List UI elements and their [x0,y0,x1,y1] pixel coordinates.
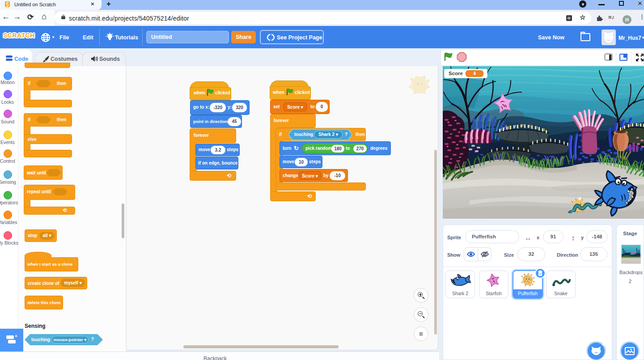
svg-text:×: × [539,272,541,275]
